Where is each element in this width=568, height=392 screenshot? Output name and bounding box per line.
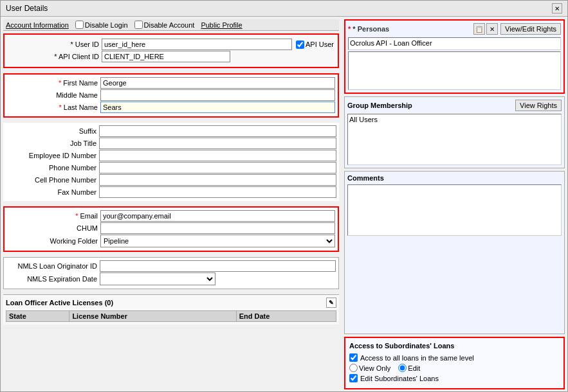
- name-section: First Name Middle Name Last Name: [3, 73, 339, 118]
- title-bar: User Details ✕: [1, 1, 567, 17]
- state-col-header: State: [6, 311, 69, 322]
- first-name-label: First Name: [7, 79, 100, 87]
- middle-name-input[interactable]: [100, 89, 335, 101]
- fax-input[interactable]: [99, 186, 336, 198]
- group-list: All Users: [347, 114, 562, 165]
- group-membership-panel: Group Membership View Rights All Users: [344, 96, 565, 168]
- nmls-expiration-select[interactable]: [100, 272, 215, 285]
- personas-empty-area: [348, 51, 561, 90]
- suffix-row: Suffix: [6, 125, 336, 137]
- personas-title: * Personas: [348, 25, 389, 33]
- job-title-label: Job Title: [6, 139, 99, 147]
- fields-section: Suffix Job Title Employee ID Number Phon…: [3, 123, 339, 201]
- close-button[interactable]: ✕: [552, 3, 562, 13]
- licenses-title: Loan Officer Active Licenses (0): [6, 299, 113, 307]
- access-edit-radio[interactable]: [398, 364, 407, 372]
- employee-id-row: Employee ID Number: [6, 150, 336, 161]
- fax-row: Fax Number: [6, 186, 336, 198]
- licenses-header: Loan Officer Active Licenses (0) ✎: [6, 298, 336, 308]
- access-view-only-label: View Only: [359, 364, 390, 372]
- suffix-label: Suffix: [6, 127, 99, 135]
- access-same-level-label: Access to all loans in the same level: [360, 354, 474, 362]
- user-id-input[interactable]: [102, 39, 292, 50]
- access-view-edit-row: View Only Edit: [349, 364, 560, 372]
- email-input[interactable]: [100, 210, 335, 222]
- nmls-originator-row: NMLS Loan Originator ID: [6, 260, 336, 272]
- nmls-section: NMLS Loan Originator ID NMLS Expiration …: [3, 257, 339, 289]
- api-client-id-label: * API Client ID: [8, 53, 102, 60]
- api-user-label: API User: [306, 40, 334, 48]
- chum-input[interactable]: [100, 222, 335, 234]
- personas-view-edit-button[interactable]: View/Edit Rights: [500, 23, 561, 35]
- right-panel: * Personas 📋 ✕ View/Edit Rights Ocrolus …: [342, 17, 567, 392]
- group-header: Group Membership View Rights: [347, 100, 562, 111]
- phone-input[interactable]: [99, 162, 336, 174]
- cell-phone-label: Cell Phone Number: [6, 176, 99, 184]
- api-client-id-row: * API Client ID: [8, 51, 334, 62]
- license-num-col-header: License Number: [69, 311, 236, 322]
- suffix-input[interactable]: [99, 125, 336, 137]
- end-date-col-header: End Date: [236, 311, 336, 322]
- main-content: Account Information Disable Login Disabl…: [1, 17, 567, 392]
- first-name-input[interactable]: [100, 77, 335, 89]
- first-name-row: First Name: [7, 77, 335, 89]
- chum-row: CHUM: [7, 222, 335, 234]
- employee-id-input[interactable]: [99, 150, 336, 161]
- email-row: Email: [7, 210, 335, 222]
- last-name-input[interactable]: [100, 102, 335, 113]
- group-view-rights-button[interactable]: View Rights: [515, 100, 562, 111]
- disable-login-checkbox[interactable]: [75, 21, 84, 29]
- disable-account-checkbox[interactable]: [134, 21, 143, 29]
- access-same-level-checkbox[interactable]: [349, 353, 358, 362]
- persona-item[interactable]: Ocrolus API - Loan Officer: [350, 39, 559, 47]
- disable-account-checkbox-label: Disable Account: [134, 21, 195, 29]
- api-user-checkbox[interactable]: [296, 40, 304, 49]
- user-id-row: * User ID API User: [8, 39, 334, 50]
- public-profile-tab[interactable]: Public Profile: [201, 21, 242, 29]
- personas-add-icon[interactable]: 📋: [473, 23, 485, 35]
- nmls-expiration-label: NMLS Expiration Date: [6, 275, 100, 283]
- comments-textarea[interactable]: [347, 184, 562, 236]
- email-label: Email: [7, 212, 100, 220]
- personas-delete-icon[interactable]: ✕: [486, 23, 498, 35]
- cell-phone-input[interactable]: [99, 174, 336, 186]
- edit-licenses-icon[interactable]: ✎: [326, 298, 336, 308]
- access-title: Access to Subordinates' Loans: [349, 342, 560, 350]
- last-name-row: Last Name: [7, 102, 335, 113]
- comments-panel: Comments: [344, 171, 565, 334]
- window-title: User Details: [6, 4, 48, 13]
- disable-login-checkbox-label: Disable Login: [75, 21, 128, 29]
- last-name-label: Last Name: [7, 103, 100, 111]
- access-subordinates-checkbox[interactable]: [349, 374, 358, 382]
- access-subordinates-row: Edit Subordinates' Loans: [349, 374, 560, 382]
- licenses-table: State License Number End Date: [6, 310, 336, 322]
- fax-label: Fax Number: [6, 188, 99, 196]
- group-item[interactable]: All Users: [349, 116, 560, 123]
- access-view-only-radio[interactable]: [349, 364, 358, 372]
- job-title-input[interactable]: [99, 138, 336, 149]
- tab-account-info[interactable]: Account Information: [6, 21, 69, 29]
- working-folder-select[interactable]: Pipeline Other: [100, 235, 335, 247]
- employee-id-label: Employee ID Number: [6, 152, 99, 159]
- access-same-level-row: Access to all loans in the same level: [349, 353, 560, 362]
- working-folder-row: Working Folder Pipeline Other: [7, 235, 335, 247]
- comments-title: Comments: [347, 174, 562, 182]
- access-box: Access to Subordinates' Loans Access to …: [344, 337, 565, 389]
- chum-label: CHUM: [7, 224, 100, 232]
- phone-row: Phone Number: [6, 162, 336, 174]
- licenses-section: Loan Officer Active Licenses (0) ✎ State…: [3, 294, 339, 325]
- middle-name-label: Middle Name: [7, 91, 100, 99]
- personas-panel: * Personas 📋 ✕ View/Edit Rights Ocrolus …: [344, 19, 565, 94]
- job-title-row: Job Title: [6, 138, 336, 149]
- middle-name-row: Middle Name: [7, 89, 335, 101]
- user-details-window: User Details ✕ Account Information Disab…: [0, 0, 568, 392]
- access-edit-label: Edit: [408, 364, 420, 372]
- access-subordinates-label: Edit Subordinates' Loans: [360, 375, 439, 382]
- cell-phone-row: Cell Phone Number: [6, 174, 336, 186]
- user-id-label: * User ID: [8, 40, 102, 48]
- nmls-originator-input[interactable]: [100, 260, 336, 272]
- api-client-id-input[interactable]: [102, 51, 230, 62]
- personas-list: Ocrolus API - Loan Officer: [348, 37, 561, 50]
- email-section: Email CHUM Working Folder Pipeline Other: [3, 206, 339, 252]
- personas-icons: 📋 ✕: [473, 23, 498, 35]
